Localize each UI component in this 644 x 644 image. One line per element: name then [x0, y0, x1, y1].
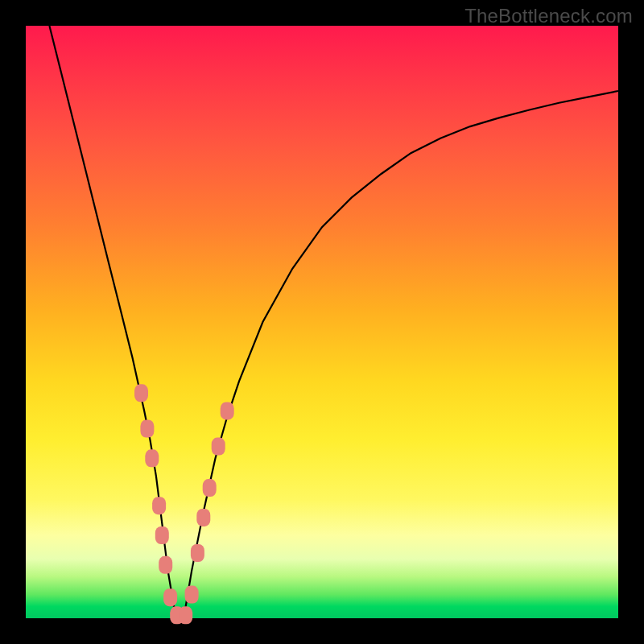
- data-marker: [134, 384, 148, 402]
- marker-layer: [134, 384, 234, 624]
- frame: TheBottleneck.com: [0, 0, 644, 644]
- data-marker: [155, 526, 169, 544]
- data-marker: [152, 497, 166, 514]
- data-marker: [196, 509, 210, 526]
- data-marker: [212, 438, 225, 456]
- data-marker: [163, 588, 177, 606]
- bottleneck-curve: [49, 26, 618, 618]
- data-marker: [145, 449, 159, 467]
- data-marker: [191, 544, 204, 562]
- plot-area: [26, 26, 618, 618]
- data-marker: [140, 420, 154, 438]
- data-marker: [221, 402, 234, 419]
- data-marker: [203, 479, 217, 497]
- data-marker: [159, 556, 172, 574]
- watermark-text: TheBottleneck.com: [464, 5, 633, 27]
- chart-svg: [26, 26, 618, 618]
- curve-layer: [49, 26, 618, 618]
- data-marker: [185, 586, 199, 604]
- data-marker: [179, 606, 192, 624]
